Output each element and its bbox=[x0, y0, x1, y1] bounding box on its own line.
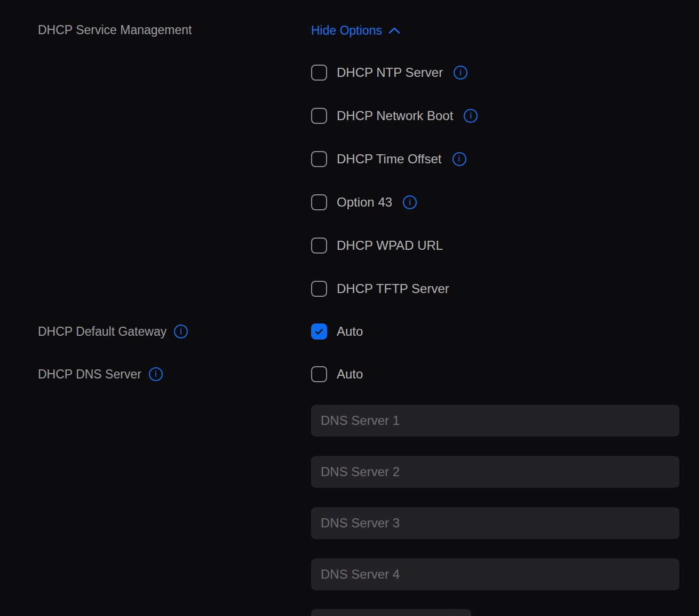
dhcp-service-management-label-row: DHCP Service Management bbox=[38, 22, 192, 38]
clipped-stepper-field[interactable] bbox=[311, 609, 471, 616]
dhcp-tftp-server-label: DHCP TFTP Server bbox=[337, 281, 449, 297]
option-row-dhcp-tftp-server: DHCP TFTP Server bbox=[311, 281, 478, 297]
dhcp-default-gateway-auto-row: Auto bbox=[311, 323, 363, 339]
hide-options-toggle[interactable]: Hide Options bbox=[311, 22, 400, 38]
option-row-dhcp-time-offset: DHCP Time Offset i bbox=[311, 151, 478, 167]
option-row-dhcp-wpad-url: DHCP WPAD URL bbox=[311, 238, 478, 254]
dhcp-dns-server-label: DHCP DNS Server bbox=[38, 366, 141, 382]
info-icon[interactable]: i bbox=[149, 367, 163, 381]
dhcp-dns-server-auto-row: Auto bbox=[311, 366, 363, 382]
dhcp-tftp-server-checkbox[interactable] bbox=[311, 281, 327, 297]
info-icon[interactable]: i bbox=[403, 195, 417, 209]
option-row-dhcp-ntp-server: DHCP NTP Server i bbox=[311, 65, 478, 81]
info-icon[interactable]: i bbox=[464, 109, 478, 123]
option-row-option-43: Option 43 i bbox=[311, 194, 478, 210]
info-icon[interactable]: i bbox=[452, 152, 466, 166]
hide-options-label: Hide Options bbox=[311, 22, 382, 38]
stepper-up-icon[interactable] bbox=[446, 613, 454, 616]
dhcp-dns-server-auto-checkbox[interactable] bbox=[311, 366, 327, 382]
dhcp-settings-panel: DHCP Service Management Hide Options DHC… bbox=[0, 0, 699, 616]
dhcp-ntp-server-label: DHCP NTP Server bbox=[337, 65, 443, 81]
info-icon[interactable]: i bbox=[454, 66, 467, 80]
dns-server-3-input[interactable] bbox=[311, 507, 679, 539]
dns-server-4-input[interactable] bbox=[311, 558, 679, 590]
dhcp-dns-server-auto-label: Auto bbox=[337, 366, 363, 382]
dhcp-time-offset-label: DHCP Time Offset bbox=[337, 151, 442, 167]
option-43-label: Option 43 bbox=[337, 194, 392, 210]
dhcp-network-boot-checkbox[interactable] bbox=[311, 108, 327, 124]
info-icon[interactable]: i bbox=[174, 325, 188, 338]
dhcp-time-offset-checkbox[interactable] bbox=[311, 151, 327, 167]
dhcp-extra-options-list: DHCP NTP Server i DHCP Network Boot i DH… bbox=[311, 65, 478, 297]
dhcp-wpad-url-label: DHCP WPAD URL bbox=[337, 238, 443, 254]
dns-server-2-input[interactable] bbox=[311, 456, 679, 488]
dhcp-default-gateway-auto-checkbox[interactable] bbox=[311, 323, 327, 339]
dhcp-dns-server-label-row: DHCP DNS Server i bbox=[38, 366, 163, 382]
option-row-dhcp-network-boot: DHCP Network Boot i bbox=[311, 108, 478, 124]
option-43-checkbox[interactable] bbox=[311, 194, 327, 210]
dhcp-wpad-url-checkbox[interactable] bbox=[311, 238, 327, 254]
dhcp-default-gateway-label: DHCP Default Gateway bbox=[38, 323, 166, 339]
dns-server-1-input[interactable] bbox=[311, 405, 679, 437]
dhcp-default-gateway-label-row: DHCP Default Gateway i bbox=[38, 323, 188, 339]
dhcp-network-boot-label: DHCP Network Boot bbox=[337, 108, 453, 124]
chevron-up-icon bbox=[388, 27, 400, 34]
dhcp-default-gateway-auto-label: Auto bbox=[337, 323, 363, 339]
dhcp-service-management-label: DHCP Service Management bbox=[38, 22, 192, 38]
dhcp-ntp-server-checkbox[interactable] bbox=[311, 65, 327, 81]
